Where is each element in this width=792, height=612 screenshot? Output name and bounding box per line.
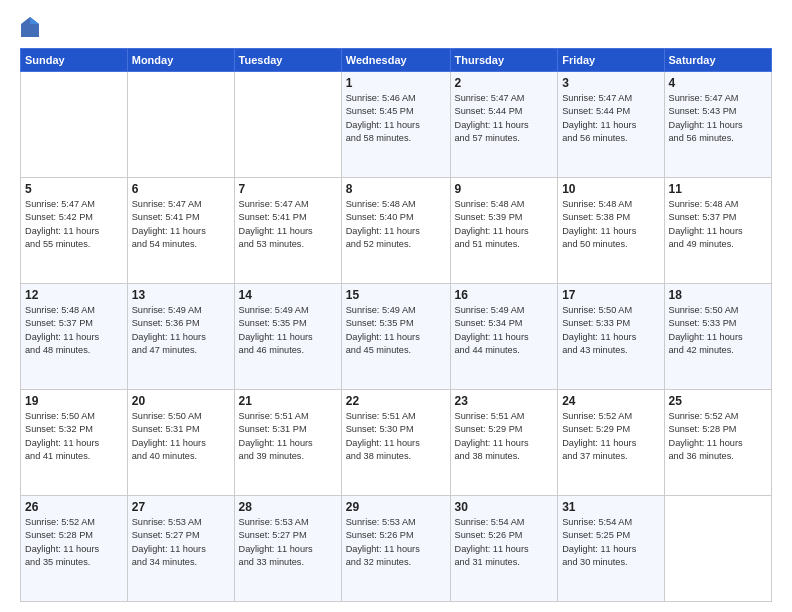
calendar-cell: 21Sunrise: 5:51 AM Sunset: 5:31 PM Dayli… — [234, 390, 341, 496]
day-info: Sunrise: 5:48 AM Sunset: 5:37 PM Dayligh… — [25, 304, 123, 357]
calendar-cell: 17Sunrise: 5:50 AM Sunset: 5:33 PM Dayli… — [558, 284, 664, 390]
calendar-cell: 3Sunrise: 5:47 AM Sunset: 5:44 PM Daylig… — [558, 72, 664, 178]
day-number: 18 — [669, 288, 768, 302]
calendar-cell: 15Sunrise: 5:49 AM Sunset: 5:35 PM Dayli… — [341, 284, 450, 390]
calendar-cell: 19Sunrise: 5:50 AM Sunset: 5:32 PM Dayli… — [21, 390, 128, 496]
calendar-cell: 22Sunrise: 5:51 AM Sunset: 5:30 PM Dayli… — [341, 390, 450, 496]
day-number: 1 — [346, 76, 446, 90]
calendar-cell: 26Sunrise: 5:52 AM Sunset: 5:28 PM Dayli… — [21, 496, 128, 602]
weekday-header-monday: Monday — [127, 49, 234, 72]
day-info: Sunrise: 5:47 AM Sunset: 5:44 PM Dayligh… — [562, 92, 659, 145]
calendar-cell — [664, 496, 772, 602]
calendar-week-3: 12Sunrise: 5:48 AM Sunset: 5:37 PM Dayli… — [21, 284, 772, 390]
day-info: Sunrise: 5:53 AM Sunset: 5:26 PM Dayligh… — [346, 516, 446, 569]
day-number: 14 — [239, 288, 337, 302]
calendar-cell: 16Sunrise: 5:49 AM Sunset: 5:34 PM Dayli… — [450, 284, 558, 390]
day-number: 2 — [455, 76, 554, 90]
calendar-cell: 11Sunrise: 5:48 AM Sunset: 5:37 PM Dayli… — [664, 178, 772, 284]
day-number: 4 — [669, 76, 768, 90]
calendar-cell: 29Sunrise: 5:53 AM Sunset: 5:26 PM Dayli… — [341, 496, 450, 602]
day-number: 9 — [455, 182, 554, 196]
day-number: 27 — [132, 500, 230, 514]
day-info: Sunrise: 5:52 AM Sunset: 5:28 PM Dayligh… — [25, 516, 123, 569]
day-number: 19 — [25, 394, 123, 408]
calendar-week-4: 19Sunrise: 5:50 AM Sunset: 5:32 PM Dayli… — [21, 390, 772, 496]
calendar-cell — [21, 72, 128, 178]
day-number: 8 — [346, 182, 446, 196]
calendar-cell: 24Sunrise: 5:52 AM Sunset: 5:29 PM Dayli… — [558, 390, 664, 496]
day-number: 28 — [239, 500, 337, 514]
day-number: 17 — [562, 288, 659, 302]
calendar-cell: 4Sunrise: 5:47 AM Sunset: 5:43 PM Daylig… — [664, 72, 772, 178]
day-info: Sunrise: 5:52 AM Sunset: 5:29 PM Dayligh… — [562, 410, 659, 463]
day-info: Sunrise: 5:47 AM Sunset: 5:44 PM Dayligh… — [455, 92, 554, 145]
day-number: 21 — [239, 394, 337, 408]
calendar-cell: 5Sunrise: 5:47 AM Sunset: 5:42 PM Daylig… — [21, 178, 128, 284]
calendar-cell: 10Sunrise: 5:48 AM Sunset: 5:38 PM Dayli… — [558, 178, 664, 284]
calendar-cell: 30Sunrise: 5:54 AM Sunset: 5:26 PM Dayli… — [450, 496, 558, 602]
day-number: 20 — [132, 394, 230, 408]
weekday-header-tuesday: Tuesday — [234, 49, 341, 72]
day-info: Sunrise: 5:48 AM Sunset: 5:38 PM Dayligh… — [562, 198, 659, 251]
day-info: Sunrise: 5:54 AM Sunset: 5:26 PM Dayligh… — [455, 516, 554, 569]
day-info: Sunrise: 5:50 AM Sunset: 5:33 PM Dayligh… — [669, 304, 768, 357]
day-info: Sunrise: 5:49 AM Sunset: 5:35 PM Dayligh… — [239, 304, 337, 357]
day-info: Sunrise: 5:50 AM Sunset: 5:31 PM Dayligh… — [132, 410, 230, 463]
day-number: 5 — [25, 182, 123, 196]
day-info: Sunrise: 5:51 AM Sunset: 5:30 PM Dayligh… — [346, 410, 446, 463]
day-info: Sunrise: 5:47 AM Sunset: 5:41 PM Dayligh… — [132, 198, 230, 251]
day-info: Sunrise: 5:47 AM Sunset: 5:42 PM Dayligh… — [25, 198, 123, 251]
day-info: Sunrise: 5:49 AM Sunset: 5:35 PM Dayligh… — [346, 304, 446, 357]
day-info: Sunrise: 5:51 AM Sunset: 5:31 PM Dayligh… — [239, 410, 337, 463]
calendar-cell — [234, 72, 341, 178]
day-number: 22 — [346, 394, 446, 408]
day-number: 25 — [669, 394, 768, 408]
calendar-cell: 8Sunrise: 5:48 AM Sunset: 5:40 PM Daylig… — [341, 178, 450, 284]
weekday-header-thursday: Thursday — [450, 49, 558, 72]
page-header — [20, 16, 772, 38]
weekday-header-wednesday: Wednesday — [341, 49, 450, 72]
calendar-cell: 20Sunrise: 5:50 AM Sunset: 5:31 PM Dayli… — [127, 390, 234, 496]
logo — [20, 16, 42, 38]
calendar-cell: 9Sunrise: 5:48 AM Sunset: 5:39 PM Daylig… — [450, 178, 558, 284]
day-info: Sunrise: 5:49 AM Sunset: 5:34 PM Dayligh… — [455, 304, 554, 357]
calendar-cell: 2Sunrise: 5:47 AM Sunset: 5:44 PM Daylig… — [450, 72, 558, 178]
day-number: 29 — [346, 500, 446, 514]
weekday-header-saturday: Saturday — [664, 49, 772, 72]
calendar-week-1: 1Sunrise: 5:46 AM Sunset: 5:45 PM Daylig… — [21, 72, 772, 178]
calendar-cell: 25Sunrise: 5:52 AM Sunset: 5:28 PM Dayli… — [664, 390, 772, 496]
day-number: 7 — [239, 182, 337, 196]
day-number: 12 — [25, 288, 123, 302]
day-info: Sunrise: 5:47 AM Sunset: 5:41 PM Dayligh… — [239, 198, 337, 251]
day-info: Sunrise: 5:52 AM Sunset: 5:28 PM Dayligh… — [669, 410, 768, 463]
calendar-cell: 1Sunrise: 5:46 AM Sunset: 5:45 PM Daylig… — [341, 72, 450, 178]
day-number: 30 — [455, 500, 554, 514]
calendar-week-2: 5Sunrise: 5:47 AM Sunset: 5:42 PM Daylig… — [21, 178, 772, 284]
day-number: 24 — [562, 394, 659, 408]
day-number: 31 — [562, 500, 659, 514]
calendar-cell: 13Sunrise: 5:49 AM Sunset: 5:36 PM Dayli… — [127, 284, 234, 390]
calendar-cell: 12Sunrise: 5:48 AM Sunset: 5:37 PM Dayli… — [21, 284, 128, 390]
day-info: Sunrise: 5:54 AM Sunset: 5:25 PM Dayligh… — [562, 516, 659, 569]
calendar-cell: 18Sunrise: 5:50 AM Sunset: 5:33 PM Dayli… — [664, 284, 772, 390]
day-info: Sunrise: 5:47 AM Sunset: 5:43 PM Dayligh… — [669, 92, 768, 145]
svg-marker-1 — [30, 17, 39, 24]
calendar-table: SundayMondayTuesdayWednesdayThursdayFrid… — [20, 48, 772, 602]
calendar-cell: 31Sunrise: 5:54 AM Sunset: 5:25 PM Dayli… — [558, 496, 664, 602]
calendar-body: 1Sunrise: 5:46 AM Sunset: 5:45 PM Daylig… — [21, 72, 772, 602]
day-number: 13 — [132, 288, 230, 302]
calendar-cell: 28Sunrise: 5:53 AM Sunset: 5:27 PM Dayli… — [234, 496, 341, 602]
day-info: Sunrise: 5:48 AM Sunset: 5:40 PM Dayligh… — [346, 198, 446, 251]
day-number: 15 — [346, 288, 446, 302]
day-number: 6 — [132, 182, 230, 196]
calendar-cell — [127, 72, 234, 178]
logo-icon — [20, 16, 40, 38]
day-info: Sunrise: 5:53 AM Sunset: 5:27 PM Dayligh… — [239, 516, 337, 569]
day-info: Sunrise: 5:50 AM Sunset: 5:33 PM Dayligh… — [562, 304, 659, 357]
day-info: Sunrise: 5:48 AM Sunset: 5:37 PM Dayligh… — [669, 198, 768, 251]
day-info: Sunrise: 5:46 AM Sunset: 5:45 PM Dayligh… — [346, 92, 446, 145]
calendar-header: SundayMondayTuesdayWednesdayThursdayFrid… — [21, 49, 772, 72]
calendar-cell: 7Sunrise: 5:47 AM Sunset: 5:41 PM Daylig… — [234, 178, 341, 284]
day-info: Sunrise: 5:49 AM Sunset: 5:36 PM Dayligh… — [132, 304, 230, 357]
day-number: 26 — [25, 500, 123, 514]
